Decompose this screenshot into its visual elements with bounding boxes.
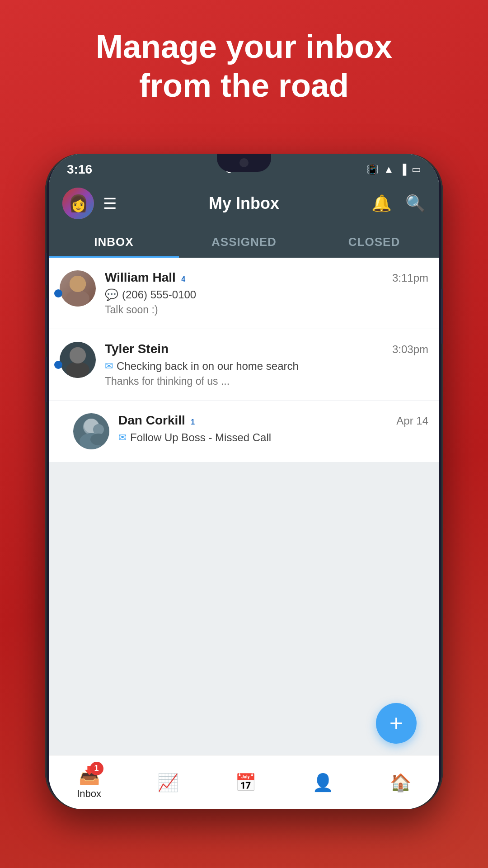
side-button-right: [441, 289, 443, 344]
phone-screen: 3:16 ⊙ 📳 ▲ ▐ ▭ ☰ My Inbox 🔔 🔍: [49, 154, 439, 809]
item-header-dan: Dan Corkill 1 Apr 14: [118, 413, 428, 428]
side-button-left-3: [45, 357, 47, 402]
calendar-icon: 📅: [235, 773, 256, 793]
avatar-img: [62, 188, 94, 219]
inbox-nav-icon: 📥 1: [79, 765, 100, 785]
battery-icon: ▭: [412, 164, 421, 175]
app-header: ☰ My Inbox 🔔 🔍: [49, 181, 439, 226]
svg-point-1: [66, 290, 89, 307]
status-icons: 📳 ▲ ▐ ▭: [366, 164, 421, 175]
contact-name-tyler: Tyler Stein: [105, 342, 169, 356]
wifi-icon: ▲: [384, 164, 394, 175]
item-subtitle-william: 💬 (206) 555-0100: [105, 288, 428, 301]
item-preview-tyler: Thanks for thinking of us ...: [105, 375, 428, 387]
header-title: My Inbox: [209, 194, 279, 213]
contacts-icon: 👤: [312, 773, 333, 793]
vibrate-icon: 📳: [366, 164, 379, 175]
svg-point-4: [66, 362, 89, 378]
nav-item-calendar[interactable]: 📅: [235, 773, 256, 793]
nav-item-inbox[interactable]: 📥 1 Inbox: [77, 765, 101, 800]
unread-count-dan: 1: [191, 418, 195, 426]
header-left: ☰: [62, 188, 117, 219]
activity-icon: 📈: [157, 773, 178, 793]
home-icon: 🏠: [390, 773, 411, 793]
side-button-left-1: [45, 253, 47, 285]
header-right: 🔔 🔍: [371, 194, 426, 213]
item-subtitle-tyler: ✉ Checking back in on our home search: [105, 360, 428, 373]
camera-dot: [239, 158, 249, 167]
contact-name-dan: Dan Corkill: [118, 413, 185, 427]
fab-button[interactable]: +: [376, 703, 417, 744]
inbox-item-tyler[interactable]: Tyler Stein 3:03pm ✉ Checking back in on…: [49, 329, 439, 401]
unread-count-william: 4: [181, 275, 185, 283]
unread-dot-william: [54, 289, 62, 297]
svg-point-10: [90, 434, 107, 445]
inbox-item-dan[interactable]: Dan Corkill 1 Apr 14 ✉ Follow Up Boss - …: [49, 401, 439, 462]
item-header-william: William Hall 4 3:11pm: [105, 270, 428, 285]
tab-inbox[interactable]: INBOX: [49, 226, 179, 258]
signal-icon: ▐: [399, 164, 406, 175]
email-icon-dan: ✉: [118, 432, 127, 443]
svg-point-9: [93, 424, 104, 435]
svg-point-5: [70, 347, 86, 363]
unread-dot-tyler: [54, 361, 62, 369]
item-content-tyler: Tyler Stein 3:03pm ✉ Checking back in on…: [105, 342, 428, 387]
nav-item-contacts[interactable]: 👤: [312, 773, 333, 793]
contact-avatar-tyler: [60, 342, 96, 378]
fab-icon: +: [389, 712, 403, 735]
status-time: 3:16: [67, 162, 92, 177]
item-preview-william: Talk soon :): [105, 304, 428, 316]
nav-item-activity[interactable]: 📈: [157, 773, 178, 793]
tab-bar: INBOX ASSIGNED CLOSED: [49, 226, 439, 258]
msg-icon-william: 💬: [105, 288, 118, 301]
inbox-nav-label: Inbox: [77, 788, 101, 800]
side-button-left-2: [45, 298, 47, 344]
inbox-badge: 1: [90, 762, 103, 775]
contact-avatar-dan: [73, 413, 109, 449]
phone-notch: [217, 154, 271, 172]
contact-name-william: William Hall: [105, 270, 176, 284]
hero-text: Manage your inbox from the road: [0, 27, 488, 105]
item-header-tyler: Tyler Stein 3:03pm: [105, 342, 428, 356]
svg-point-2: [70, 276, 86, 292]
hero-line1: Manage your inbox: [27, 27, 461, 66]
inbox-item-william[interactable]: William Hall 4 3:11pm 💬 (206) 555-0100 T…: [49, 258, 439, 329]
tab-closed[interactable]: CLOSED: [309, 226, 439, 258]
email-icon-tyler: ✉: [105, 360, 113, 372]
search-icon[interactable]: 🔍: [405, 194, 426, 213]
tab-assigned[interactable]: ASSIGNED: [179, 226, 309, 258]
avatar[interactable]: [62, 188, 94, 219]
nav-item-home[interactable]: 🏠: [390, 773, 411, 793]
item-content-william: William Hall 4 3:11pm 💬 (206) 555-0100 T…: [105, 270, 428, 316]
hamburger-icon[interactable]: ☰: [103, 194, 117, 212]
inbox-list: William Hall 4 3:11pm 💬 (206) 555-0100 T…: [49, 258, 439, 462]
hero-line2: from the road: [27, 66, 461, 105]
bottom-nav: 📥 1 Inbox 📈 📅 👤 🏠: [49, 755, 439, 809]
phone-shell: 3:16 ⊙ 📳 ▲ ▐ ▭ ☰ My Inbox 🔔 🔍: [45, 154, 443, 809]
item-subtitle-dan: ✉ Follow Up Boss - Missed Call: [118, 431, 428, 444]
item-content-dan: Dan Corkill 1 Apr 14 ✉ Follow Up Boss - …: [118, 413, 428, 447]
item-time-dan: Apr 14: [396, 415, 428, 427]
bell-icon[interactable]: 🔔: [371, 194, 392, 213]
item-time-william: 3:11pm: [392, 272, 428, 284]
item-time-tyler: 3:03pm: [392, 343, 428, 356]
contact-avatar-william: [60, 270, 96, 307]
